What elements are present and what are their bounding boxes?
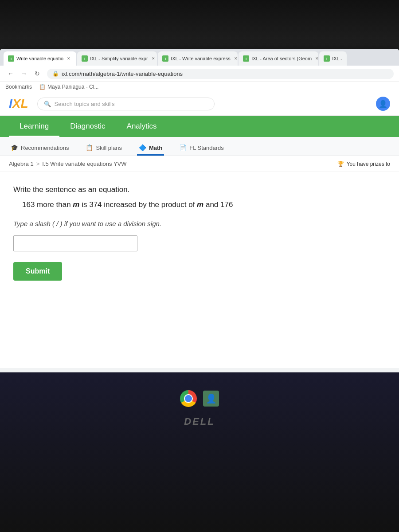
bookmark-label: Maya Paniagua - Cl... <box>47 84 98 90</box>
chrome-icon[interactable] <box>180 390 197 407</box>
lock-icon: 🔒 <box>52 70 59 77</box>
nav-tab-diagnostic-label: Diagnostic <box>70 122 105 130</box>
laptop-bottom: 👤 DELL <box>0 372 399 532</box>
taskbar: 👤 <box>180 390 219 407</box>
tab-label-4: IXL - Area of sectors (Geom <box>251 56 312 61</box>
prizes-banner[interactable]: 🏆 You have prizes to <box>337 161 390 167</box>
subtab-recommendations[interactable]: 🎓 Recommendations <box>9 141 70 156</box>
search-placeholder-text: Search topics and skills <box>55 101 115 107</box>
problem-equation: 163 more than m is 374 increased by the … <box>13 200 386 209</box>
bookmarks-bar: Bookmarks 📋 Maya Paniagua - Cl... <box>0 82 399 92</box>
ixl-logo-i: I <box>9 97 12 110</box>
tab-close-button[interactable]: ✕ <box>66 55 72 62</box>
bookmark-icon: 📋 <box>39 84 46 90</box>
browser-window: i Write variable equatio ✕ i IXL - Simpl… <box>0 49 399 372</box>
address-bar: ← → ↻ 🔒 ixl.com/math/algebra-1/write-var… <box>0 66 399 82</box>
ixl-app: IXL 🔍 Search topics and skills 👤 Learnin… <box>0 92 399 368</box>
nav-buttons: ← → ↻ <box>5 68 43 79</box>
search-bar[interactable]: 🔍 Search topics and skills <box>37 98 215 110</box>
tab-label-2: IXL - Simplify variable expr <box>90 56 148 61</box>
submit-button[interactable]: Submit <box>13 262 62 281</box>
fl-standards-icon: 📄 <box>179 144 187 151</box>
problem-instruction: Write the sentence as an equation. <box>13 185 386 194</box>
url-text: ixl.com/math/algebra-1/write-variable-eq… <box>62 70 183 77</box>
browser-tab-3[interactable]: i IXL - Write variable express ✕ <box>158 51 238 66</box>
ixl-nav: Learning Diagnostic Analytics <box>0 116 399 137</box>
recommendations-icon: 🎓 <box>11 144 18 151</box>
trophy-icon: 🏆 <box>337 161 344 167</box>
subtab-skill-plans-label: Skill plans <box>96 145 122 151</box>
back-button[interactable]: ← <box>5 68 16 79</box>
tab-favicon-4: i <box>243 55 249 62</box>
bookmarks-label: Bookmarks <box>5 84 32 90</box>
breadcrumb-skill[interactable]: I.5 Write variable equations YVW <box>42 160 126 167</box>
user-icon: 👤 <box>379 100 387 108</box>
breadcrumb: Algebra 1 > I.5 Write variable equations… <box>9 160 127 167</box>
ixl-header: IXL 🔍 Search topics and skills 👤 <box>0 92 399 116</box>
subtab-skill-plans[interactable]: 📋 Skill plans <box>84 141 124 156</box>
tab-label-5: IXL - <box>332 56 342 61</box>
nav-tab-analytics-label: Analytics <box>127 122 157 130</box>
forward-button[interactable]: → <box>19 68 29 79</box>
breadcrumb-separator: > <box>36 160 40 167</box>
tab-favicon-3: i <box>162 55 168 62</box>
subtab-fl-standards[interactable]: 📄 FL Standards <box>177 141 226 156</box>
nav-tab-learning-label: Learning <box>20 122 49 130</box>
tab-close-4[interactable]: ✕ <box>314 55 318 62</box>
url-bar[interactable]: 🔒 ixl.com/math/algebra-1/write-variable-… <box>47 69 394 79</box>
math-icon: 🔷 <box>139 144 146 151</box>
browser-tab-5[interactable]: i IXL - <box>319 51 347 66</box>
tab-bar: i Write variable equatio ✕ i IXL - Simpl… <box>0 49 399 66</box>
tab-close-3[interactable]: ✕ <box>233 55 238 62</box>
subtab-fl-standards-label: FL Standards <box>189 145 224 151</box>
bookmark-maya[interactable]: 📋 Maya Paniagua - Cl... <box>39 84 98 90</box>
nav-tab-learning[interactable]: Learning <box>9 116 59 137</box>
answer-input[interactable] <box>13 235 137 251</box>
subtab-math-label: Math <box>149 145 162 151</box>
search-icon: 🔍 <box>44 101 51 107</box>
tab-label-3: IXL - Write variable express <box>171 56 231 61</box>
dell-logo: DELL <box>184 416 215 427</box>
browser-tab-4[interactable]: i IXL - Area of sectors (Geom ✕ <box>239 51 318 66</box>
breadcrumb-bar: Algebra 1 > I.5 Write variable equations… <box>0 156 399 172</box>
tab-close-2[interactable]: ✕ <box>150 55 156 62</box>
ixl-logo-xl: XL <box>12 97 28 110</box>
tab-label: Write variable equatio <box>16 56 63 61</box>
prizes-text: You have prizes to <box>347 161 390 167</box>
ixl-logo: IXL <box>9 97 28 111</box>
problem-hint: Type a slash ( / ) if you want to use a … <box>13 220 386 227</box>
browser-tab-active[interactable]: i Write variable equatio ✕ <box>4 51 76 66</box>
tab-favicon-5: i <box>324 55 330 62</box>
nav-tab-diagnostic[interactable]: Diagnostic <box>59 116 116 137</box>
tab-favicon: i <box>8 55 14 62</box>
browser-tab-2[interactable]: i IXL - Simplify variable expr ✕ <box>77 51 157 66</box>
submit-label: Submit <box>26 267 50 275</box>
user-avatar-button[interactable]: 👤 <box>376 97 390 111</box>
problem-content: Write the sentence as an equation. 163 m… <box>0 172 399 294</box>
tab-favicon-2: i <box>82 55 88 62</box>
nav-tab-analytics[interactable]: Analytics <box>116 116 168 137</box>
subtab-math[interactable]: 🔷 Math <box>137 141 164 156</box>
skill-plans-icon: 📋 <box>86 144 93 151</box>
subtab-recommendations-label: Recommendations <box>21 145 69 151</box>
ixl-subtabs: 🎓 Recommendations 📋 Skill plans 🔷 Math 📄… <box>0 137 399 156</box>
reload-button[interactable]: ↻ <box>32 68 43 79</box>
profile-icon[interactable]: 👤 <box>203 391 219 407</box>
breadcrumb-algebra[interactable]: Algebra 1 <box>9 160 34 167</box>
